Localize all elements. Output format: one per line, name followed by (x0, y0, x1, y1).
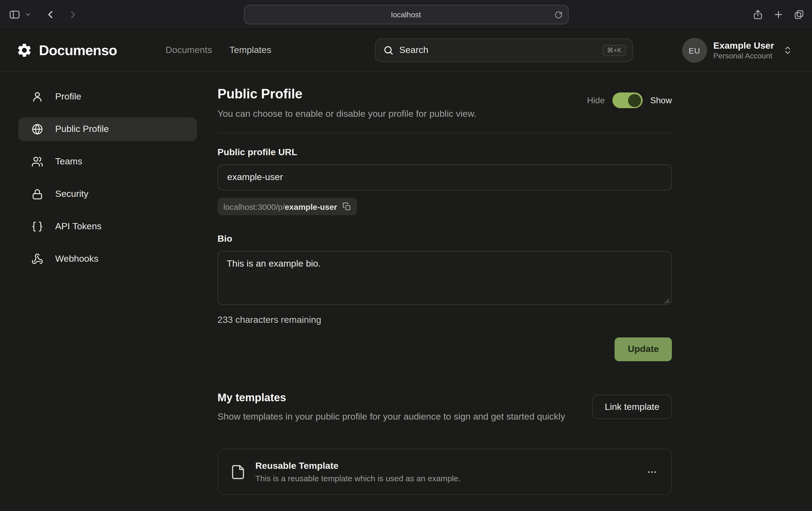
sidebar-item-profile[interactable]: Profile (19, 85, 197, 109)
top-nav: Documents Templates (166, 29, 271, 71)
characters-remaining: 233 characters remaining (218, 315, 672, 326)
page-subtitle: You can choose to enable or disable your… (218, 109, 476, 120)
account-type: Personal Account (713, 51, 774, 61)
users-icon (31, 156, 43, 168)
file-icon (230, 464, 246, 480)
search-input[interactable]: Search ⌘+K (375, 38, 633, 62)
sidebar-item-api-tokens[interactable]: API Tokens (19, 215, 197, 238)
search-placeholder: Search (399, 45, 597, 56)
app-header: Documenso Documents Templates Search ⌘+K… (0, 29, 812, 71)
account-name: Example User (713, 40, 774, 51)
resize-grip-icon[interactable] (664, 299, 670, 304)
update-button[interactable]: Update (615, 337, 672, 361)
lock-icon (31, 188, 43, 200)
chevrons-up-down-icon (783, 46, 792, 55)
copy-icon[interactable] (342, 202, 351, 211)
sidebar-item-label: Public Profile (55, 124, 109, 134)
sidebar-toggle-icon[interactable] (9, 8, 21, 20)
toggle-knob (628, 94, 641, 107)
forward-icon[interactable] (67, 8, 79, 20)
globe-icon (31, 123, 43, 135)
template-description: This is a reusable template which is use… (255, 474, 635, 483)
new-tab-icon[interactable] (773, 9, 784, 20)
sidebar-item-label: Profile (55, 91, 81, 102)
braces-icon (31, 221, 43, 233)
sidebar-item-label: API Tokens (55, 221, 102, 232)
search-icon (383, 45, 394, 56)
profile-visibility-toggle[interactable] (612, 92, 643, 108)
bio-label: Bio (218, 234, 672, 244)
back-icon[interactable] (45, 8, 56, 20)
public-url-pill: localhost:3000/p/ example-user (218, 198, 357, 215)
sidebar-item-label: Teams (55, 156, 82, 167)
browser-chrome: localhost (0, 0, 812, 29)
my-templates-title: My templates (218, 391, 565, 404)
link-template-button[interactable]: Link template (592, 395, 672, 419)
nav-templates[interactable]: Templates (229, 45, 271, 56)
bio-textarea[interactable]: This is an example bio. (218, 251, 672, 305)
chevron-down-icon[interactable] (25, 11, 31, 18)
public-url-prefix: localhost:3000/p/ (224, 202, 285, 211)
sidebar-item-security[interactable]: Security (19, 182, 197, 206)
sidebar-item-label: Security (55, 189, 88, 200)
my-templates-description: Show templates in your public profile fo… (218, 410, 565, 424)
page-title: Public Profile (218, 86, 476, 102)
brand-name: Documenso (39, 42, 117, 59)
tab-overview-icon[interactable] (793, 9, 805, 20)
settings-sidebar: Profile Public Profile Teams Security AP… (19, 71, 197, 271)
account-menu[interactable]: EU Example User Personal Account (682, 29, 792, 71)
public-profile-url-input[interactable] (218, 164, 672, 190)
url-text: localhost (391, 10, 421, 19)
template-name: Reusable Template (255, 461, 635, 472)
sidebar-item-public-profile[interactable]: Public Profile (19, 117, 197, 141)
viewport: localhost Documenso Documents (0, 0, 812, 511)
documenso-logo-icon (16, 42, 32, 58)
user-icon (31, 91, 43, 103)
visibility-toggle-group: Hide Show (587, 92, 672, 108)
main-content: Public Profile You can choose to enable … (218, 71, 672, 495)
template-more-icon[interactable] (644, 464, 660, 480)
public-profile-url-label: Public profile URL (218, 147, 672, 158)
sidebar-item-teams[interactable]: Teams (19, 150, 197, 174)
share-icon[interactable] (753, 9, 763, 20)
hide-label: Hide (587, 95, 605, 105)
template-card: Reusable Template This is a reusable tem… (218, 449, 672, 495)
brand[interactable]: Documenso (16, 29, 117, 71)
sidebar-item-webhooks[interactable]: Webhooks (19, 247, 197, 271)
avatar: EU (682, 38, 707, 63)
reload-icon[interactable] (554, 10, 562, 19)
public-url-slug: example-user (285, 202, 337, 211)
search-shortcut: ⌘+K (603, 45, 626, 56)
address-bar[interactable]: localhost (244, 5, 568, 24)
section-divider (218, 133, 672, 133)
sidebar-item-label: Webhooks (55, 253, 98, 264)
webhook-icon (31, 253, 43, 265)
nav-documents[interactable]: Documents (166, 45, 212, 56)
chrome-right-controls (753, 0, 805, 29)
show-label: Show (650, 95, 672, 105)
chrome-left-controls (0, 8, 79, 20)
